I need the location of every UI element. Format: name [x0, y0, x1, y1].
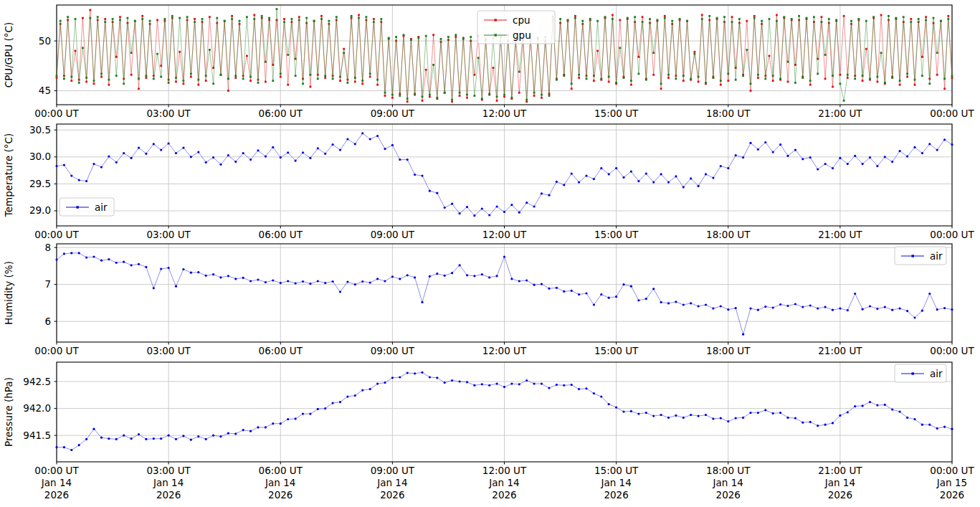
marker-air [786, 155, 789, 157]
marker-air [757, 412, 759, 414]
marker-air [234, 278, 237, 280]
x-tick-label: 15:00 UT [594, 229, 639, 240]
marker-air [295, 417, 297, 420]
marker-air [906, 156, 908, 158]
marker-cpu [249, 80, 252, 82]
marker-cpu [720, 84, 722, 86]
marker-air [205, 438, 207, 440]
marker-air [496, 205, 498, 207]
legend-label: air [95, 202, 108, 213]
marker-air [78, 179, 80, 181]
marker-air [429, 275, 431, 278]
marker-air [622, 411, 624, 413]
marker-gpu [347, 82, 349, 84]
x-tick-label: 12:00 UT [482, 108, 527, 119]
marker-gpu [310, 74, 312, 76]
marker-gpu [287, 54, 289, 56]
y-tick-label: 30.5 [29, 124, 51, 136]
marker-cpu [85, 81, 87, 83]
marker-gpu [134, 20, 136, 22]
marker-gpu [888, 15, 890, 17]
marker-gpu [824, 54, 827, 56]
marker-air [70, 449, 72, 451]
marker-air [406, 371, 409, 374]
x-tick-date-label: Jan 14 [41, 477, 72, 488]
marker-gpu [612, 18, 614, 20]
marker-cpu [824, 78, 827, 80]
marker-air [637, 413, 639, 415]
marker-gpu [224, 20, 226, 22]
marker-gpu [82, 47, 84, 49]
x-tick-label: 18:00 UT [706, 345, 751, 356]
marker-air [444, 275, 446, 277]
marker-gpu [376, 79, 379, 81]
marker-air [55, 165, 57, 167]
marker-air [302, 413, 304, 415]
marker-cpu [354, 81, 356, 83]
marker-air [63, 164, 65, 166]
marker-gpu [642, 21, 644, 23]
legend-swatch-marker [912, 372, 914, 374]
marker-air [593, 178, 595, 180]
marker-gpu [171, 15, 173, 17]
marker-air [376, 135, 379, 137]
marker-gpu [451, 99, 453, 101]
x-tick-label: 00:00 UT [930, 345, 974, 356]
marker-air [936, 149, 938, 151]
marker-gpu [384, 92, 386, 94]
marker-gpu [179, 17, 181, 19]
marker-air [652, 288, 655, 290]
marker-air [645, 412, 647, 414]
marker-cpu [880, 14, 883, 16]
marker-cpu [608, 81, 610, 83]
marker-air [265, 281, 267, 283]
x-tick-label: 18:00 UT [706, 108, 751, 119]
marker-air [720, 165, 722, 167]
marker-air [399, 376, 401, 378]
marker-gpu [141, 18, 143, 20]
marker-gpu [160, 76, 162, 78]
marker-gpu [391, 94, 394, 96]
marker-cpu [376, 84, 379, 86]
marker-gpu [708, 15, 710, 17]
marker-air [488, 384, 490, 387]
marker-cpu [234, 77, 237, 79]
x-tick-label: 00:00 UT [930, 108, 974, 119]
y-axis-label: Temperature (°C) [3, 133, 14, 218]
y-axis-label: Humidity (%) [3, 261, 14, 325]
marker-air [459, 212, 461, 214]
marker-air [578, 293, 580, 295]
marker-air [563, 290, 565, 293]
marker-cpu [746, 20, 748, 22]
marker-gpu [422, 96, 424, 98]
marker-air [862, 404, 864, 407]
marker-air [876, 165, 878, 167]
marker-cpu [231, 15, 233, 17]
marker-gpu [541, 94, 543, 96]
marker-gpu [698, 76, 700, 78]
marker-gpu [399, 95, 401, 97]
marker-cpu [809, 84, 812, 86]
marker-cpu [865, 48, 867, 50]
marker-air [473, 384, 475, 387]
marker-cpu [295, 58, 297, 60]
marker-air [332, 402, 334, 404]
marker-cpu [474, 74, 476, 76]
subplot-3: 00:00 UTJan 14202603:00 UTJan 14202606:0… [3, 362, 974, 501]
marker-air [809, 304, 812, 306]
marker-gpu [757, 74, 759, 76]
marker-cpu [369, 76, 371, 78]
marker-air [115, 438, 118, 440]
marker-air [690, 414, 692, 416]
x-tick-label: 18:00 UT [706, 465, 751, 476]
x-tick-label: 06:00 UT [259, 108, 303, 119]
marker-gpu [220, 74, 222, 76]
marker-air [108, 437, 110, 440]
marker-air [720, 305, 722, 307]
marker-gpu [936, 52, 938, 54]
marker-air [854, 293, 856, 295]
marker-air [421, 301, 423, 303]
marker-cpu [660, 87, 662, 90]
legend-swatch-marker [495, 19, 497, 21]
marker-air [197, 151, 199, 153]
